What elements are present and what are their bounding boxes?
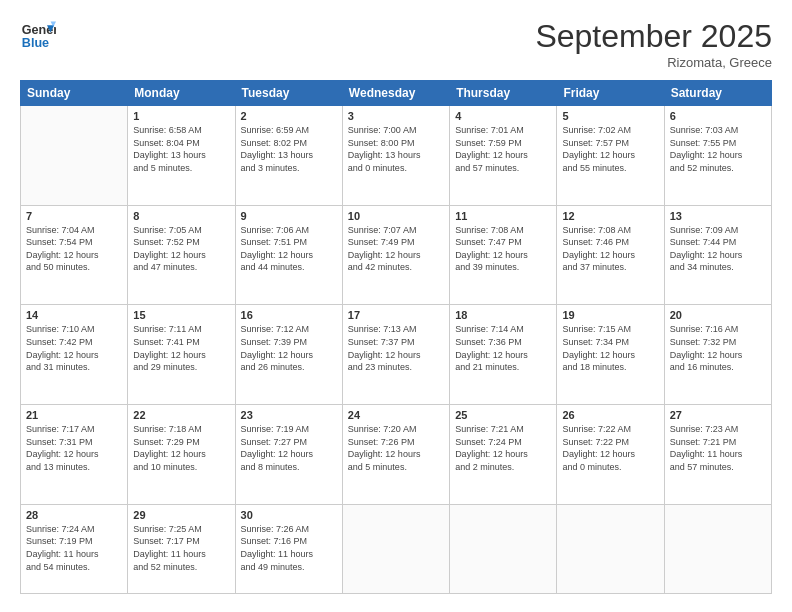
- calendar-cell: 25Sunrise: 7:21 AMSunset: 7:24 PMDayligh…: [450, 405, 557, 505]
- day-number: 28: [26, 509, 122, 521]
- day-number: 9: [241, 210, 337, 222]
- calendar-cell: 14Sunrise: 7:10 AMSunset: 7:42 PMDayligh…: [21, 305, 128, 405]
- day-number: 23: [241, 409, 337, 421]
- day-info: Sunrise: 7:02 AMSunset: 7:57 PMDaylight:…: [562, 124, 658, 174]
- calendar-page: General Blue September 2025 Rizomata, Gr…: [0, 0, 792, 612]
- day-info: Sunrise: 7:22 AMSunset: 7:22 PMDaylight:…: [562, 423, 658, 473]
- calendar-cell: [557, 504, 664, 593]
- day-number: 26: [562, 409, 658, 421]
- day-info: Sunrise: 7:05 AMSunset: 7:52 PMDaylight:…: [133, 224, 229, 274]
- day-number: 18: [455, 309, 551, 321]
- day-info: Sunrise: 7:06 AMSunset: 7:51 PMDaylight:…: [241, 224, 337, 274]
- calendar-cell: 22Sunrise: 7:18 AMSunset: 7:29 PMDayligh…: [128, 405, 235, 505]
- day-number: 22: [133, 409, 229, 421]
- calendar-cell: 8Sunrise: 7:05 AMSunset: 7:52 PMDaylight…: [128, 205, 235, 305]
- calendar-cell: [21, 106, 128, 206]
- day-number: 6: [670, 110, 766, 122]
- calendar-cell: 3Sunrise: 7:00 AMSunset: 8:00 PMDaylight…: [342, 106, 449, 206]
- day-number: 21: [26, 409, 122, 421]
- day-info: Sunrise: 7:25 AMSunset: 7:17 PMDaylight:…: [133, 523, 229, 573]
- calendar-cell: 9Sunrise: 7:06 AMSunset: 7:51 PMDaylight…: [235, 205, 342, 305]
- day-info: Sunrise: 7:11 AMSunset: 7:41 PMDaylight:…: [133, 323, 229, 373]
- day-info: Sunrise: 7:18 AMSunset: 7:29 PMDaylight:…: [133, 423, 229, 473]
- day-number: 15: [133, 309, 229, 321]
- day-number: 1: [133, 110, 229, 122]
- location: Rizomata, Greece: [535, 55, 772, 70]
- calendar-cell: 20Sunrise: 7:16 AMSunset: 7:32 PMDayligh…: [664, 305, 771, 405]
- day-info: Sunrise: 7:00 AMSunset: 8:00 PMDaylight:…: [348, 124, 444, 174]
- day-number: 13: [670, 210, 766, 222]
- day-number: 27: [670, 409, 766, 421]
- day-number: 16: [241, 309, 337, 321]
- calendar-cell: [664, 504, 771, 593]
- calendar-cell: 11Sunrise: 7:08 AMSunset: 7:47 PMDayligh…: [450, 205, 557, 305]
- day-info: Sunrise: 7:16 AMSunset: 7:32 PMDaylight:…: [670, 323, 766, 373]
- day-number: 7: [26, 210, 122, 222]
- weekday-header: Sunday: [21, 81, 128, 106]
- day-info: Sunrise: 7:17 AMSunset: 7:31 PMDaylight:…: [26, 423, 122, 473]
- weekday-header: Wednesday: [342, 81, 449, 106]
- day-info: Sunrise: 7:26 AMSunset: 7:16 PMDaylight:…: [241, 523, 337, 573]
- logo-icon: General Blue: [20, 18, 56, 54]
- day-number: 17: [348, 309, 444, 321]
- day-info: Sunrise: 7:09 AMSunset: 7:44 PMDaylight:…: [670, 224, 766, 274]
- calendar-cell: [342, 504, 449, 593]
- day-number: 30: [241, 509, 337, 521]
- logo: General Blue: [20, 18, 56, 54]
- day-number: 29: [133, 509, 229, 521]
- day-number: 12: [562, 210, 658, 222]
- calendar-cell: 4Sunrise: 7:01 AMSunset: 7:59 PMDaylight…: [450, 106, 557, 206]
- weekday-header: Saturday: [664, 81, 771, 106]
- day-number: 4: [455, 110, 551, 122]
- weekday-header: Thursday: [450, 81, 557, 106]
- day-number: 24: [348, 409, 444, 421]
- header: General Blue September 2025 Rizomata, Gr…: [20, 18, 772, 70]
- calendar-cell: 16Sunrise: 7:12 AMSunset: 7:39 PMDayligh…: [235, 305, 342, 405]
- day-info: Sunrise: 7:23 AMSunset: 7:21 PMDaylight:…: [670, 423, 766, 473]
- day-info: Sunrise: 7:21 AMSunset: 7:24 PMDaylight:…: [455, 423, 551, 473]
- day-number: 5: [562, 110, 658, 122]
- day-info: Sunrise: 7:07 AMSunset: 7:49 PMDaylight:…: [348, 224, 444, 274]
- day-number: 11: [455, 210, 551, 222]
- day-number: 19: [562, 309, 658, 321]
- weekday-header: Friday: [557, 81, 664, 106]
- day-info: Sunrise: 7:14 AMSunset: 7:36 PMDaylight:…: [455, 323, 551, 373]
- day-info: Sunrise: 7:19 AMSunset: 7:27 PMDaylight:…: [241, 423, 337, 473]
- day-info: Sunrise: 7:03 AMSunset: 7:55 PMDaylight:…: [670, 124, 766, 174]
- day-info: Sunrise: 7:13 AMSunset: 7:37 PMDaylight:…: [348, 323, 444, 373]
- day-info: Sunrise: 7:10 AMSunset: 7:42 PMDaylight:…: [26, 323, 122, 373]
- calendar-cell: 7Sunrise: 7:04 AMSunset: 7:54 PMDaylight…: [21, 205, 128, 305]
- calendar-cell: 24Sunrise: 7:20 AMSunset: 7:26 PMDayligh…: [342, 405, 449, 505]
- calendar-table: SundayMondayTuesdayWednesdayThursdayFrid…: [20, 80, 772, 594]
- calendar-cell: 18Sunrise: 7:14 AMSunset: 7:36 PMDayligh…: [450, 305, 557, 405]
- day-info: Sunrise: 7:08 AMSunset: 7:47 PMDaylight:…: [455, 224, 551, 274]
- day-number: 2: [241, 110, 337, 122]
- day-info: Sunrise: 7:08 AMSunset: 7:46 PMDaylight:…: [562, 224, 658, 274]
- calendar-cell: 6Sunrise: 7:03 AMSunset: 7:55 PMDaylight…: [664, 106, 771, 206]
- day-info: Sunrise: 7:12 AMSunset: 7:39 PMDaylight:…: [241, 323, 337, 373]
- calendar-cell: 2Sunrise: 6:59 AMSunset: 8:02 PMDaylight…: [235, 106, 342, 206]
- calendar-cell: 13Sunrise: 7:09 AMSunset: 7:44 PMDayligh…: [664, 205, 771, 305]
- day-number: 8: [133, 210, 229, 222]
- day-info: Sunrise: 7:24 AMSunset: 7:19 PMDaylight:…: [26, 523, 122, 573]
- day-info: Sunrise: 7:01 AMSunset: 7:59 PMDaylight:…: [455, 124, 551, 174]
- calendar-cell: 17Sunrise: 7:13 AMSunset: 7:37 PMDayligh…: [342, 305, 449, 405]
- day-info: Sunrise: 7:04 AMSunset: 7:54 PMDaylight:…: [26, 224, 122, 274]
- calendar-cell: 5Sunrise: 7:02 AMSunset: 7:57 PMDaylight…: [557, 106, 664, 206]
- weekday-header: Tuesday: [235, 81, 342, 106]
- day-info: Sunrise: 6:59 AMSunset: 8:02 PMDaylight:…: [241, 124, 337, 174]
- day-number: 3: [348, 110, 444, 122]
- calendar-cell: 23Sunrise: 7:19 AMSunset: 7:27 PMDayligh…: [235, 405, 342, 505]
- day-info: Sunrise: 6:58 AMSunset: 8:04 PMDaylight:…: [133, 124, 229, 174]
- day-number: 20: [670, 309, 766, 321]
- calendar-cell: 29Sunrise: 7:25 AMSunset: 7:17 PMDayligh…: [128, 504, 235, 593]
- calendar-cell: 30Sunrise: 7:26 AMSunset: 7:16 PMDayligh…: [235, 504, 342, 593]
- day-info: Sunrise: 7:15 AMSunset: 7:34 PMDaylight:…: [562, 323, 658, 373]
- day-number: 10: [348, 210, 444, 222]
- calendar-cell: 12Sunrise: 7:08 AMSunset: 7:46 PMDayligh…: [557, 205, 664, 305]
- calendar-cell: 21Sunrise: 7:17 AMSunset: 7:31 PMDayligh…: [21, 405, 128, 505]
- title-block: September 2025 Rizomata, Greece: [535, 18, 772, 70]
- calendar-header-row: SundayMondayTuesdayWednesdayThursdayFrid…: [21, 81, 772, 106]
- day-number: 25: [455, 409, 551, 421]
- day-info: Sunrise: 7:20 AMSunset: 7:26 PMDaylight:…: [348, 423, 444, 473]
